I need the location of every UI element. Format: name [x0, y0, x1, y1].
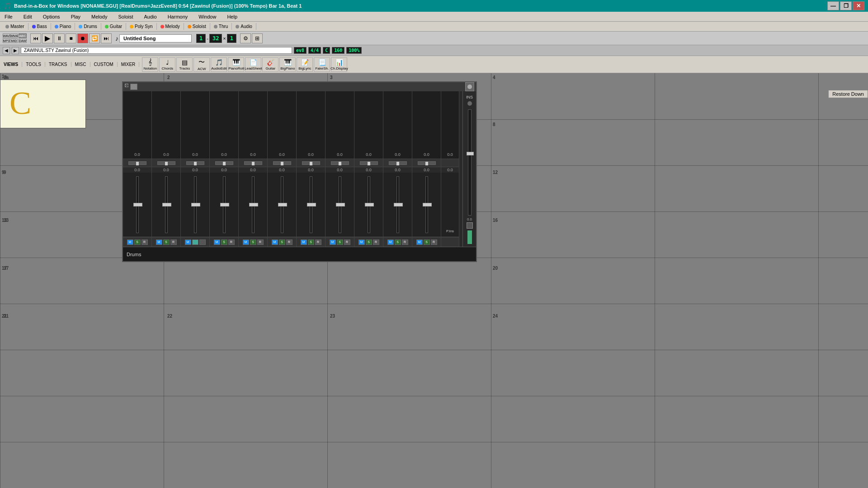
ch6-pan-slider[interactable] — [273, 161, 291, 165]
mixer-settings-icon[interactable]: ⚙ — [125, 84, 128, 87]
menu-audio[interactable]: Audio — [142, 13, 160, 20]
song-title[interactable]: Untitled Song — [119, 34, 192, 42]
track-piano[interactable]: Piano — [51, 23, 75, 30]
ch5-btn-m[interactable]: M — [243, 239, 249, 245]
start-bar[interactable]: 1 — [196, 34, 206, 43]
ch11-fader[interactable] — [425, 176, 428, 233]
chords-button[interactable]: ♩ Chords — [159, 57, 175, 72]
ch4-fader[interactable] — [223, 176, 226, 233]
ch3-fader[interactable] — [194, 176, 197, 233]
ch11-fader-thumb[interactable] — [423, 203, 432, 206]
mid-btn[interactable]: MID — [10, 38, 18, 43]
ch7-btn-r[interactable]: R — [315, 239, 321, 245]
acw-button[interactable]: 〜 ACW — [193, 57, 210, 72]
menu-harmony[interactable]: Harmony — [165, 13, 191, 20]
master-fader[interactable] — [468, 109, 472, 216]
ch9-btn-r[interactable]: R — [373, 239, 379, 245]
ch2-fader-thumb[interactable] — [162, 203, 171, 206]
ch7-pan-slider[interactable] — [302, 161, 320, 165]
track-thru[interactable]: Thru — [210, 23, 232, 30]
ch11-pan-slider[interactable] — [418, 161, 436, 165]
ch3-fader-thumb[interactable] — [191, 203, 200, 206]
ch7-fader-thumb[interactable] — [307, 203, 316, 206]
ch1-fader-thumb[interactable] — [133, 203, 142, 206]
ch9-pan-slider[interactable] — [360, 161, 378, 165]
abc-btn[interactable]: ABC — [19, 33, 27, 38]
ch2-btn-s[interactable]: S — [163, 239, 170, 245]
ch2-btn-m[interactable]: M — [156, 239, 162, 245]
ch9-fader-thumb[interactable] — [365, 203, 374, 206]
ch6-fader[interactable] — [281, 176, 283, 233]
ch8-btn-s[interactable]: S — [337, 239, 343, 245]
loop-button[interactable]: 🔁 — [89, 33, 100, 43]
mp3-btn[interactable]: MP3 — [3, 38, 10, 43]
ch10-btn-s[interactable]: S — [395, 239, 401, 245]
ch5-pan-slider[interactable] — [244, 161, 262, 165]
grid-btn[interactable]: ⊞ — [252, 33, 263, 43]
wmal-btn[interactable]: WMA — [10, 33, 18, 38]
master-btn[interactable] — [467, 222, 473, 229]
ch6-btn-m[interactable]: M — [272, 239, 278, 245]
ch11-btn-s[interactable]: S — [424, 239, 430, 245]
ch3-btn-r[interactable] — [199, 239, 206, 245]
notation-button[interactable]: 𝄞 Notation — [142, 57, 158, 72]
ch8-btn-r[interactable]: R — [344, 239, 350, 245]
ch8-fader[interactable] — [339, 176, 341, 233]
ch8-btn-m[interactable]: M — [330, 239, 336, 245]
ch4-btn-m[interactable]: M — [214, 239, 220, 245]
tempo-display[interactable]: 160 — [332, 47, 344, 54]
ch4-fader-thumb[interactable] — [220, 203, 229, 206]
style-name[interactable]: ZAWINUL.STY Zawinul (Fusion) — [21, 47, 292, 54]
ff-button[interactable]: ⏭ — [101, 33, 112, 43]
menu-soloist[interactable]: Soloist — [116, 13, 136, 20]
ch10-btn-m[interactable]: M — [387, 239, 394, 245]
ch6-btn-r[interactable]: R — [286, 239, 292, 245]
rewind-button[interactable]: ⏮ — [30, 33, 41, 43]
track-polysyn[interactable]: Poly Syn — [126, 23, 156, 30]
ch5-btn-s[interactable]: S — [250, 239, 256, 245]
track-guitar[interactable]: Guitar — [101, 23, 126, 30]
ch7-btn-s[interactable]: S — [308, 239, 314, 245]
ch9-btn-m[interactable]: M — [359, 239, 365, 245]
ch9-btn-s[interactable]: S — [366, 239, 372, 245]
pause-button[interactable]: ⏸ — [54, 33, 65, 43]
ch3-btn-s[interactable] — [192, 239, 198, 245]
ch2-btn-r[interactable]: R — [170, 239, 177, 245]
track-master[interactable]: Master — [2, 23, 28, 30]
guitar-button[interactable]: 🎸 Guitar — [262, 57, 278, 72]
ch5-fader-thumb[interactable] — [249, 203, 258, 206]
ch6-btn-s[interactable]: S — [279, 239, 285, 245]
master-fader-thumb[interactable] — [467, 152, 474, 155]
fakesh-button[interactable]: 📃 FakeSh. — [314, 57, 330, 72]
wav-btn[interactable]: WAV — [3, 33, 10, 38]
track-melody[interactable]: Melody — [157, 23, 184, 30]
daw-btn[interactable]: DAW — [19, 38, 27, 43]
mixer-close-icon[interactable] — [130, 84, 137, 90]
ch1-pan-slider[interactable] — [128, 161, 146, 165]
menu-help[interactable]: Help — [224, 13, 240, 20]
menu-file[interactable]: File — [2, 13, 15, 20]
minimize-button[interactable]: — — [827, 1, 839, 10]
tracks-button[interactable]: ▤ Tracks — [176, 57, 193, 72]
ch8-fader-thumb[interactable] — [336, 203, 345, 206]
ch9-fader[interactable] — [368, 176, 370, 233]
mixer-pin-icon[interactable] — [465, 82, 474, 91]
bigpiano-button[interactable]: 🎹 BigPiano — [279, 57, 296, 72]
audioedit-button[interactable]: 🎵 AudioEdit — [211, 57, 227, 72]
track-bass[interactable]: Bass — [28, 23, 51, 30]
close-button[interactable]: ✕ — [853, 1, 864, 10]
ch1-btn-s[interactable]: S — [134, 239, 141, 245]
menu-melody[interactable]: Melody — [89, 13, 110, 20]
stop-button[interactable]: ■ — [66, 33, 76, 43]
ch1-btn-r[interactable]: R — [142, 239, 148, 245]
menu-window[interactable]: Window — [196, 13, 219, 20]
ch4-btn-s[interactable]: S — [221, 239, 227, 245]
restore-button[interactable]: ❐ — [840, 1, 852, 10]
biglyric-button[interactable]: 📝 BigLyric — [297, 57, 313, 72]
menu-play[interactable]: Play — [68, 13, 83, 20]
menu-options[interactable]: Options — [40, 13, 63, 20]
style-arrow-right[interactable]: ▶ — [12, 47, 19, 54]
ch5-fader[interactable] — [252, 176, 255, 233]
ch11-btn-m[interactable]: M — [416, 239, 423, 245]
ch10-btn-r[interactable]: R — [402, 239, 408, 245]
